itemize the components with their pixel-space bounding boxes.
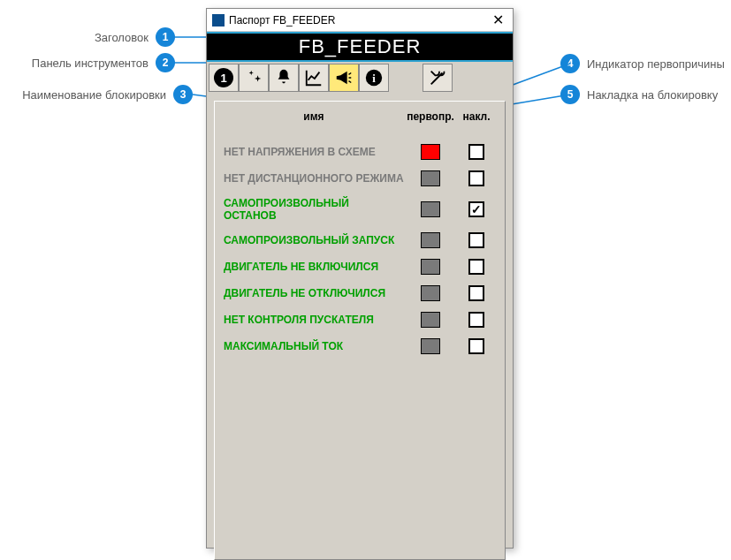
titlebar: Паспорт FB_FEEDER ✕ <box>207 9 513 32</box>
callout-text: Наименование блокировки <box>22 88 166 102</box>
locks-panel: имя первопр. накл. НЕТ НАПРЯЖЕНИЯ В СХЕМ… <box>214 101 506 560</box>
lock-row: САМОПРОИЗВОЛЬНЫЙ ОСТАНОВ <box>222 192 498 227</box>
col-header-name: имя <box>224 110 404 123</box>
bell-icon <box>274 68 293 87</box>
callout-text: Панель инструментов <box>32 57 148 70</box>
megaphone-icon <box>334 68 354 87</box>
toolbar-btn-alarms[interactable] <box>269 64 299 92</box>
callout-header: Заголовок 1 <box>0 27 175 47</box>
lock-label: САМОПРОИЗВОЛЬНЫЙ ЗАПУСК <box>224 234 404 246</box>
toolbar-btn-announce[interactable] <box>329 64 359 92</box>
callout-text: Индикатор первопричины <box>587 57 725 71</box>
lock-label: НЕТ КОНТРОЛЯ ПУСКАТЕЛЯ <box>224 314 404 326</box>
toolbar: 1 i <box>207 62 513 94</box>
callout-lockname: Наименование блокировки 3 <box>0 85 193 104</box>
callout-text: Заголовок <box>95 31 148 44</box>
firstcause-indicator <box>421 201 440 217</box>
window-title: Паспорт FB_FEEDER <box>229 14 335 26</box>
overlay-checkbox[interactable] <box>468 338 484 354</box>
col-header-firstcause: первопр. <box>404 110 457 123</box>
lock-row: САМОПРОИЗВОЛЬНЫЙ ЗАПУСК <box>222 227 498 254</box>
firstcause-indicator <box>421 312 440 328</box>
lock-label: ДВИГАТЕЛЬ НЕ ВКЛЮЧИЛСЯ <box>224 261 404 273</box>
lock-label: САМОПРОИЗВОЛЬНЫЙ ОСТАНОВ <box>224 197 404 222</box>
overlay-checkbox[interactable] <box>468 201 484 217</box>
lock-label: НЕТ НАПРЯЖЕНИЯ В СХЕМЕ <box>224 146 404 158</box>
lock-label: ДВИГАТЕЛЬ НЕ ОТКЛЮЧИЛСЯ <box>224 287 404 299</box>
lock-row: МАКСИМАЛЬНЫЙ ТОК <box>222 333 498 359</box>
overlay-checkbox[interactable] <box>468 170 484 186</box>
callout-overlay: 5 Накладка на блокировку <box>560 85 718 104</box>
overlay-checkbox[interactable] <box>468 312 484 328</box>
callout-bubble: 1 <box>156 27 175 47</box>
toolbar-btn-overview[interactable]: 1 <box>209 64 239 92</box>
callout-bubble: 3 <box>173 85 193 104</box>
svg-text:i: i <box>372 72 376 85</box>
toolbar-btn-tools[interactable] <box>423 64 453 92</box>
col-header-overlay: накл. <box>457 110 496 123</box>
overlay-checkbox[interactable] <box>468 285 484 301</box>
passport-window: Паспорт FB_FEEDER ✕ FB_FEEDER 1 i имя <box>206 8 514 549</box>
gears-icon <box>244 68 263 87</box>
app-icon <box>212 14 225 26</box>
lock-label: НЕТ ДИСТАНЦИОННОГО РЕЖИМА <box>224 172 404 185</box>
firstcause-indicator <box>421 259 440 275</box>
toolbar-btn-settings[interactable] <box>239 64 269 92</box>
firstcause-indicator <box>421 144 440 160</box>
close-button[interactable]: ✕ <box>489 11 507 28</box>
lock-row: НЕТ КОНТРОЛЯ ПУСКАТЕЛЯ <box>222 306 498 333</box>
callout-bubble: 5 <box>560 85 580 104</box>
lock-row: НЕТ ДИСТАНЦИОННОГО РЕЖИМА <box>222 165 498 192</box>
lock-row: ДВИГАТЕЛЬ НЕ ВКЛЮЧИЛСЯ <box>222 254 498 280</box>
toolbar-btn-trends[interactable] <box>299 64 329 92</box>
toolbar-btn-info[interactable]: i <box>359 64 389 92</box>
firstcause-indicator <box>421 285 440 301</box>
firstcause-indicator <box>421 170 440 186</box>
callout-firstcause: 4 Индикатор первопричины <box>560 54 725 73</box>
callout-bubble: 2 <box>156 53 175 72</box>
lock-row: ДВИГАТЕЛЬ НЕ ОТКЛЮЧИЛСЯ <box>222 280 498 306</box>
callout-toolbar: Панель инструментов 2 <box>0 53 175 72</box>
overlay-checkbox[interactable] <box>468 259 484 275</box>
overlay-checkbox[interactable] <box>468 144 484 160</box>
overlay-checkbox[interactable] <box>468 232 484 248</box>
callout-bubble: 4 <box>560 54 580 73</box>
lock-row: НЕТ НАПРЯЖЕНИЯ В СХЕМЕ <box>222 139 498 165</box>
chart-icon <box>304 68 324 87</box>
column-headers: имя первопр. накл. <box>222 105 498 139</box>
callout-text: Накладка на блокировку <box>587 88 718 102</box>
page-title: FB_FEEDER <box>207 32 513 62</box>
wrench-icon <box>428 68 447 87</box>
lock-label: МАКСИМАЛЬНЫЙ ТОК <box>224 340 404 352</box>
firstcause-indicator <box>421 232 440 248</box>
firstcause-indicator <box>421 338 440 354</box>
info-icon: i <box>364 68 384 87</box>
